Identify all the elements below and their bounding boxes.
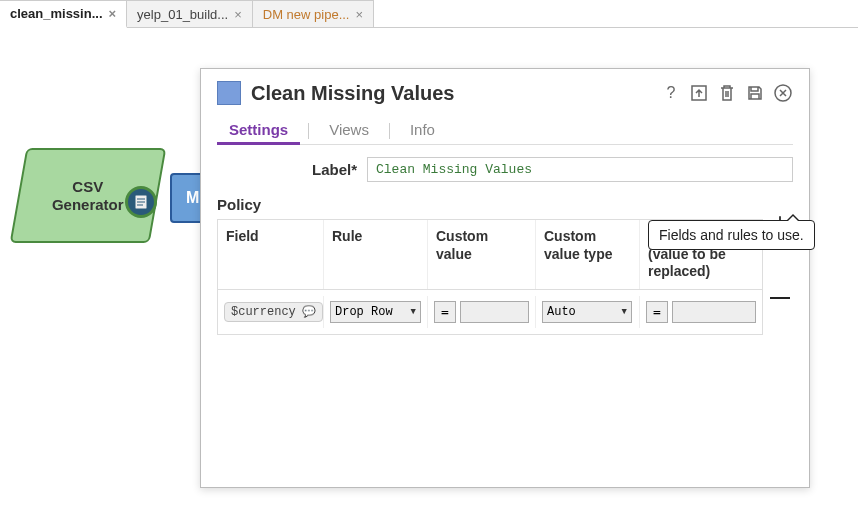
- close-icon[interactable]: ×: [234, 7, 242, 22]
- cell-custom-value-replace: =: [640, 296, 762, 328]
- tab-info[interactable]: Info: [398, 117, 447, 144]
- chevron-down-icon: ▼: [411, 307, 416, 317]
- rule-value: Drop Row: [335, 305, 407, 319]
- settings-panel: Clean Missing Values ? Settings Views In…: [200, 68, 810, 488]
- chevron-down-icon: ▼: [622, 307, 627, 317]
- tab-yelp[interactable]: yelp_01_build... ×: [127, 0, 253, 27]
- tab-clean-missing[interactable]: clean_missin... ×: [0, 0, 127, 28]
- tab-label: clean_missin...: [10, 6, 103, 21]
- trash-icon[interactable]: [717, 83, 737, 103]
- tab-bar: clean_missin... × yelp_01_build... × DM …: [0, 0, 858, 28]
- panel-header: Clean Missing Values ?: [217, 81, 793, 105]
- col-field: Field: [218, 220, 324, 289]
- save-icon[interactable]: [745, 83, 765, 103]
- panel-tabs: Settings Views Info: [217, 117, 793, 145]
- svg-text:?: ?: [667, 84, 676, 101]
- tab-separator: [389, 123, 390, 139]
- custom-value2-input[interactable]: [672, 301, 756, 323]
- col-rule: Rule: [324, 220, 428, 289]
- equals-button[interactable]: =: [434, 301, 456, 323]
- panel-title: Clean Missing Values: [251, 82, 651, 105]
- tab-dm-new-pipe[interactable]: DM new pipe... ×: [253, 0, 374, 27]
- col-custom-value: Custom value: [428, 220, 536, 289]
- tab-label: yelp_01_build...: [137, 7, 228, 22]
- table-row: $currency 💬 Drop Row ▼ =: [218, 290, 762, 334]
- node-label: CSV Generator: [52, 178, 124, 214]
- close-icon[interactable]: [773, 83, 793, 103]
- remove-row-button[interactable]: —: [767, 283, 793, 309]
- chat-icon: 💬: [302, 305, 316, 318]
- close-icon[interactable]: ×: [109, 6, 117, 21]
- cvt-value: Auto: [547, 305, 618, 319]
- rule-select[interactable]: Drop Row ▼: [330, 301, 421, 323]
- cell-custom-value-type: Auto ▼: [536, 296, 640, 328]
- col-custom-value-type: Custom value type: [536, 220, 640, 289]
- help-icon[interactable]: ?: [661, 83, 681, 103]
- tab-separator: [308, 123, 309, 139]
- field-value: $currency: [231, 305, 296, 319]
- document-icon: [133, 194, 149, 210]
- node-connector[interactable]: [125, 186, 157, 218]
- cell-field: $currency 💬: [218, 296, 324, 328]
- label-input[interactable]: [367, 157, 793, 182]
- close-icon[interactable]: ×: [355, 7, 363, 22]
- cell-rule: Drop Row ▼: [324, 296, 428, 328]
- policy-heading: Policy: [217, 196, 793, 213]
- tab-views[interactable]: Views: [317, 117, 381, 144]
- equals-button[interactable]: =: [646, 301, 668, 323]
- tooltip: Fields and rules to use.: [648, 220, 815, 250]
- cell-custom-value: =: [428, 296, 536, 328]
- tab-label: DM new pipe...: [263, 7, 350, 22]
- custom-value-type-select[interactable]: Auto ▼: [542, 301, 632, 323]
- export-icon[interactable]: [689, 83, 709, 103]
- label-row: Label*: [217, 157, 793, 182]
- label-field-label: Label*: [217, 161, 357, 178]
- field-selector[interactable]: $currency 💬: [224, 302, 323, 322]
- panel-toolbar: ?: [661, 83, 793, 103]
- custom-value-input[interactable]: [460, 301, 529, 323]
- node-type-icon: [217, 81, 241, 105]
- tab-settings[interactable]: Settings: [217, 117, 300, 145]
